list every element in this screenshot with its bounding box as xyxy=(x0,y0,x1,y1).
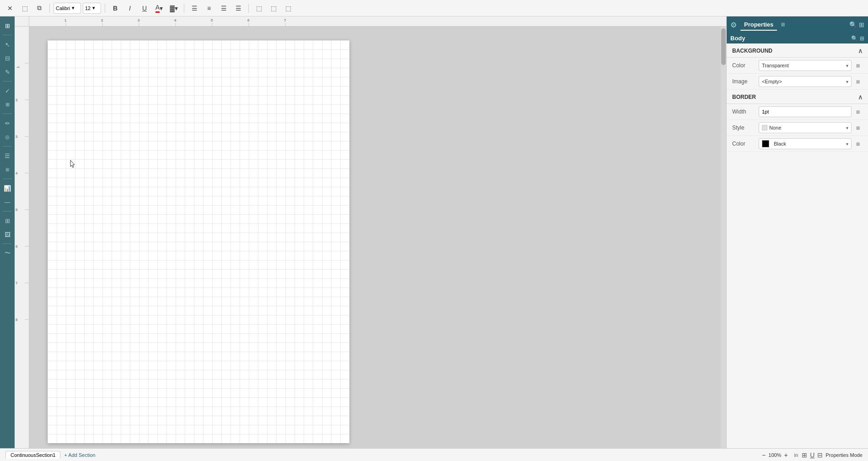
panel-settings-icon[interactable]: ⚙ xyxy=(730,21,737,29)
svg-text:6: 6 xyxy=(16,244,18,249)
border-color-chevron: ▾ xyxy=(846,141,848,146)
columns-icon[interactable]: ⊟ xyxy=(817,451,823,459)
add-section-button[interactable]: + Add Section xyxy=(64,452,95,458)
body-expand-btn[interactable]: ⊞ xyxy=(860,35,864,42)
panel-header: ⚙ Properties ≡ 🔍 ⊞ xyxy=(727,16,868,33)
toolbar-divider-4 xyxy=(248,4,249,13)
sidebar-divider-5 xyxy=(3,179,12,179)
border-style-expand[interactable]: ⊞ xyxy=(853,123,863,132)
sidebar-icon-edit[interactable]: ✎ xyxy=(2,66,13,77)
underline-status-icon[interactable]: U xyxy=(810,451,814,459)
svg-text:4: 4 xyxy=(174,18,177,22)
panel-expand-btn[interactable]: ⊞ xyxy=(859,21,864,28)
horizontal-ruler: 1 2 3 4 5 6 7 xyxy=(29,16,726,27)
bg-image-dropdown[interactable]: <Empty> ▾ xyxy=(759,76,852,87)
italic-button[interactable]: I xyxy=(123,2,136,15)
border-width-label: Width xyxy=(732,108,755,115)
background-image-row: Image <Empty> ▾ ⊞ xyxy=(727,74,868,90)
justify-button[interactable]: ☰ xyxy=(232,2,245,15)
sidebar-icon-table[interactable]: ⊞ xyxy=(2,164,13,175)
bg-color-dropdown[interactable]: Transparent ▾ xyxy=(759,60,852,71)
zoom-level: 100% xyxy=(768,452,781,458)
sidebar-divider-7 xyxy=(3,244,12,244)
sidebar-icon-separator[interactable]: — xyxy=(2,196,13,207)
sidebar-icon-pin[interactable]: ◎ xyxy=(2,131,13,142)
minimize-button[interactable]: ⬚ xyxy=(18,2,31,15)
highlight-button[interactable]: ▓ ▾ xyxy=(167,2,180,15)
panel-search-btn[interactable]: 🔍 xyxy=(849,21,857,28)
sidebar-icon-grid2[interactable]: ⊞ xyxy=(2,215,13,226)
border-color-row: Color Black ▾ ⊞ xyxy=(727,136,868,152)
align-center-button[interactable]: ≡ xyxy=(203,2,215,15)
sidebar-icon-check[interactable]: ✓ xyxy=(2,85,13,96)
align-left-button[interactable]: ☰ xyxy=(188,2,201,15)
font-color-button[interactable]: A ▾ xyxy=(153,2,166,15)
border-style-label: Style xyxy=(732,125,755,131)
svg-text:8: 8 xyxy=(16,318,18,322)
sidebar-icon-cursor[interactable]: ↖ xyxy=(2,39,13,50)
border-width-row: Width ⊞ xyxy=(727,104,868,120)
border-width-expand[interactable]: ⊞ xyxy=(853,107,863,116)
border-color-dropdown[interactable]: Black ▾ xyxy=(759,138,852,149)
sidebar-icon-data[interactable]: ⊞ xyxy=(2,99,13,110)
canvas-container: 1 2 3 4 5 6 7 1 2 xyxy=(15,16,726,448)
sidebar-icon-list[interactable]: ☰ xyxy=(2,150,13,161)
grid-icon[interactable]: ⊞ xyxy=(802,451,807,459)
properties-tab[interactable]: Properties xyxy=(740,19,777,31)
zoom-out-button[interactable]: − xyxy=(762,451,766,459)
sidebar-icon-wave[interactable]: 〜 xyxy=(2,248,13,259)
bold-button[interactable]: B xyxy=(109,2,122,15)
properties-mode-label[interactable]: Properties Mode xyxy=(825,452,863,458)
zoom-in-button[interactable]: + xyxy=(784,451,788,459)
bg-color-value: Transparent xyxy=(762,63,789,68)
underline-button[interactable]: U xyxy=(138,2,151,15)
bg-image-expand[interactable]: ⊞ xyxy=(853,77,863,86)
border-title: BORDER xyxy=(732,94,756,100)
main-area: ⊞ ↖ ⊟ ✎ ✓ ⊞ ✏ ◎ ☰ ⊞ 📊 — ⊞ 🖼 〜 xyxy=(0,16,868,448)
frame-button[interactable]: ⬚ xyxy=(252,2,265,15)
svg-text:3: 3 xyxy=(138,18,140,22)
section-tab[interactable]: ContinuousSection1 xyxy=(5,451,60,459)
sidebar-divider-6 xyxy=(3,211,12,212)
border-width-input[interactable] xyxy=(759,106,852,117)
border-color-value: Black xyxy=(774,141,786,146)
svg-text:2: 2 xyxy=(16,98,18,102)
toolbar-divider-3 xyxy=(184,4,184,13)
sidebar-divider-3 xyxy=(3,114,12,114)
sidebar-divider-2 xyxy=(3,81,12,81)
sidebar-icon-mode[interactable]: ⊞ xyxy=(2,20,13,31)
frame2-button[interactable]: ⬚ xyxy=(267,2,280,15)
border-width-control: ⊞ xyxy=(759,106,863,117)
border-style-dropdown[interactable]: None ▾ xyxy=(759,122,852,133)
sidebar-icon-layers[interactable]: ⊟ xyxy=(2,53,13,64)
background-color-row: Color Transparent ▾ ⊞ xyxy=(727,58,868,74)
sidebar-icon-chart[interactable]: 📊 xyxy=(2,183,13,194)
page[interactable] xyxy=(48,40,349,443)
bg-color-expand[interactable]: ⊞ xyxy=(853,61,863,70)
close-button[interactable]: ✕ xyxy=(4,2,16,15)
scrollbar-thumb[interactable] xyxy=(721,28,726,65)
canvas-scroll[interactable] xyxy=(29,27,721,448)
copy-button[interactable]: ⧉ xyxy=(33,2,46,15)
panel-layers-icon[interactable]: ≡ xyxy=(781,21,785,29)
svg-text:5: 5 xyxy=(211,18,213,22)
svg-text:7: 7 xyxy=(284,18,286,22)
background-toggle[interactable]: ∧ xyxy=(858,47,863,54)
background-section-header: BACKGROUND ∧ xyxy=(727,43,868,58)
sidebar-icon-pen[interactable]: ✏ xyxy=(2,118,13,129)
align-right-button[interactable]: ☰ xyxy=(217,2,230,15)
body-selector[interactable]: Body 🔍 ⊞ xyxy=(727,33,868,43)
vertical-scrollbar[interactable] xyxy=(721,27,726,448)
svg-text:7: 7 xyxy=(16,281,18,285)
font-dropdown[interactable]: Calibri ▾ xyxy=(54,3,81,14)
border-color-expand[interactable]: ⊞ xyxy=(853,139,863,148)
body-search-btn[interactable]: 🔍 xyxy=(851,35,858,42)
sidebar-icon-image[interactable]: 🖼 xyxy=(2,229,13,240)
ruler-row: 1 2 3 4 5 6 7 xyxy=(15,16,726,27)
frame3-button[interactable]: ⬚ xyxy=(282,2,295,15)
border-toggle[interactable]: ∧ xyxy=(858,93,863,101)
svg-text:1: 1 xyxy=(16,66,20,68)
bg-color-label: Color xyxy=(732,62,755,69)
font-size-dropdown[interactable]: 12 ▾ xyxy=(83,3,101,14)
vertical-ruler: 1 2 3 4 5 6 7 8 xyxy=(15,27,29,448)
